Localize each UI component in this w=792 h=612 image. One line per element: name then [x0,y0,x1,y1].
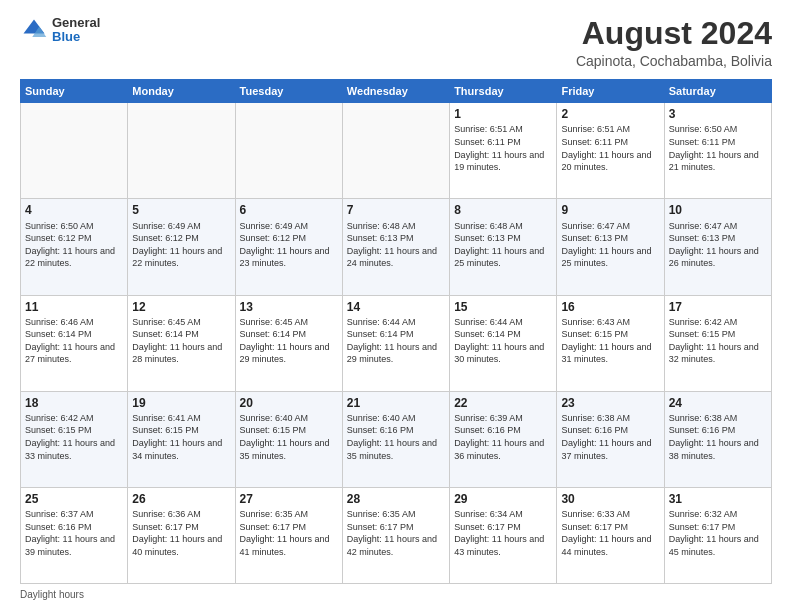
day-number: 3 [669,106,767,122]
day-detail: Sunrise: 6:47 AM Sunset: 6:13 PM Dayligh… [669,220,767,270]
day-number: 24 [669,395,767,411]
calendar-cell: 21Sunrise: 6:40 AM Sunset: 6:16 PM Dayli… [342,391,449,487]
location-subtitle: Capinota, Cochabamba, Bolivia [576,53,772,69]
day-number: 5 [132,202,230,218]
day-number: 30 [561,491,659,507]
day-number: 4 [25,202,123,218]
calendar-cell: 9Sunrise: 6:47 AM Sunset: 6:13 PM Daylig… [557,199,664,295]
day-number: 1 [454,106,552,122]
calendar-cell: 12Sunrise: 6:45 AM Sunset: 6:14 PM Dayli… [128,295,235,391]
calendar-weekday-monday: Monday [128,80,235,103]
calendar-week-row: 18Sunrise: 6:42 AM Sunset: 6:15 PM Dayli… [21,391,772,487]
calendar-cell: 27Sunrise: 6:35 AM Sunset: 6:17 PM Dayli… [235,487,342,583]
day-detail: Sunrise: 6:34 AM Sunset: 6:17 PM Dayligh… [454,508,552,558]
calendar-cell: 4Sunrise: 6:50 AM Sunset: 6:12 PM Daylig… [21,199,128,295]
day-detail: Sunrise: 6:45 AM Sunset: 6:14 PM Dayligh… [240,316,338,366]
calendar-cell: 31Sunrise: 6:32 AM Sunset: 6:17 PM Dayli… [664,487,771,583]
day-detail: Sunrise: 6:49 AM Sunset: 6:12 PM Dayligh… [240,220,338,270]
calendar-week-row: 1Sunrise: 6:51 AM Sunset: 6:11 PM Daylig… [21,103,772,199]
calendar-cell: 25Sunrise: 6:37 AM Sunset: 6:16 PM Dayli… [21,487,128,583]
day-number: 22 [454,395,552,411]
calendar-cell: 5Sunrise: 6:49 AM Sunset: 6:12 PM Daylig… [128,199,235,295]
footer-note: Daylight hours [20,589,772,600]
day-detail: Sunrise: 6:45 AM Sunset: 6:14 PM Dayligh… [132,316,230,366]
logo-text: General Blue [52,16,100,45]
day-detail: Sunrise: 6:41 AM Sunset: 6:15 PM Dayligh… [132,412,230,462]
calendar-cell: 7Sunrise: 6:48 AM Sunset: 6:13 PM Daylig… [342,199,449,295]
day-detail: Sunrise: 6:35 AM Sunset: 6:17 PM Dayligh… [240,508,338,558]
month-title: August 2024 [576,16,772,51]
day-detail: Sunrise: 6:51 AM Sunset: 6:11 PM Dayligh… [561,123,659,173]
calendar-cell [128,103,235,199]
day-number: 14 [347,299,445,315]
day-detail: Sunrise: 6:42 AM Sunset: 6:15 PM Dayligh… [25,412,123,462]
logo-icon [20,16,48,44]
calendar-cell: 30Sunrise: 6:33 AM Sunset: 6:17 PM Dayli… [557,487,664,583]
calendar-weekday-wednesday: Wednesday [342,80,449,103]
day-number: 18 [25,395,123,411]
day-detail: Sunrise: 6:42 AM Sunset: 6:15 PM Dayligh… [669,316,767,366]
calendar-weekday-saturday: Saturday [664,80,771,103]
title-block: August 2024 Capinota, Cochabamba, Bolivi… [576,16,772,69]
day-detail: Sunrise: 6:44 AM Sunset: 6:14 PM Dayligh… [347,316,445,366]
day-detail: Sunrise: 6:49 AM Sunset: 6:12 PM Dayligh… [132,220,230,270]
page: General Blue August 2024 Capinota, Cocha… [0,0,792,612]
day-number: 7 [347,202,445,218]
logo-general-text: General [52,16,100,30]
day-number: 19 [132,395,230,411]
day-number: 6 [240,202,338,218]
calendar-weekday-friday: Friday [557,80,664,103]
calendar-cell: 8Sunrise: 6:48 AM Sunset: 6:13 PM Daylig… [450,199,557,295]
calendar-cell: 14Sunrise: 6:44 AM Sunset: 6:14 PM Dayli… [342,295,449,391]
day-number: 12 [132,299,230,315]
day-number: 28 [347,491,445,507]
calendar-cell: 3Sunrise: 6:50 AM Sunset: 6:11 PM Daylig… [664,103,771,199]
calendar-cell: 15Sunrise: 6:44 AM Sunset: 6:14 PM Dayli… [450,295,557,391]
day-detail: Sunrise: 6:40 AM Sunset: 6:16 PM Dayligh… [347,412,445,462]
calendar-cell: 13Sunrise: 6:45 AM Sunset: 6:14 PM Dayli… [235,295,342,391]
day-detail: Sunrise: 6:47 AM Sunset: 6:13 PM Dayligh… [561,220,659,270]
calendar-cell: 20Sunrise: 6:40 AM Sunset: 6:15 PM Dayli… [235,391,342,487]
day-number: 15 [454,299,552,315]
day-number: 26 [132,491,230,507]
calendar-cell: 10Sunrise: 6:47 AM Sunset: 6:13 PM Dayli… [664,199,771,295]
day-detail: Sunrise: 6:38 AM Sunset: 6:16 PM Dayligh… [669,412,767,462]
calendar-week-row: 25Sunrise: 6:37 AM Sunset: 6:16 PM Dayli… [21,487,772,583]
calendar-weekday-thursday: Thursday [450,80,557,103]
calendar-cell: 2Sunrise: 6:51 AM Sunset: 6:11 PM Daylig… [557,103,664,199]
day-number: 13 [240,299,338,315]
day-number: 8 [454,202,552,218]
day-detail: Sunrise: 6:36 AM Sunset: 6:17 PM Dayligh… [132,508,230,558]
day-number: 2 [561,106,659,122]
day-detail: Sunrise: 6:32 AM Sunset: 6:17 PM Dayligh… [669,508,767,558]
day-detail: Sunrise: 6:51 AM Sunset: 6:11 PM Dayligh… [454,123,552,173]
day-detail: Sunrise: 6:37 AM Sunset: 6:16 PM Dayligh… [25,508,123,558]
day-detail: Sunrise: 6:44 AM Sunset: 6:14 PM Dayligh… [454,316,552,366]
day-detail: Sunrise: 6:39 AM Sunset: 6:16 PM Dayligh… [454,412,552,462]
day-number: 20 [240,395,338,411]
calendar-cell: 23Sunrise: 6:38 AM Sunset: 6:16 PM Dayli… [557,391,664,487]
calendar-cell: 11Sunrise: 6:46 AM Sunset: 6:14 PM Dayli… [21,295,128,391]
day-number: 11 [25,299,123,315]
logo: General Blue [20,16,100,45]
calendar-cell: 24Sunrise: 6:38 AM Sunset: 6:16 PM Dayli… [664,391,771,487]
calendar-cell: 18Sunrise: 6:42 AM Sunset: 6:15 PM Dayli… [21,391,128,487]
day-detail: Sunrise: 6:48 AM Sunset: 6:13 PM Dayligh… [454,220,552,270]
calendar-table: SundayMondayTuesdayWednesdayThursdayFrid… [20,79,772,584]
day-number: 29 [454,491,552,507]
calendar-cell: 22Sunrise: 6:39 AM Sunset: 6:16 PM Dayli… [450,391,557,487]
calendar-cell [21,103,128,199]
calendar-cell: 29Sunrise: 6:34 AM Sunset: 6:17 PM Dayli… [450,487,557,583]
calendar-weekday-tuesday: Tuesday [235,80,342,103]
calendar-cell: 26Sunrise: 6:36 AM Sunset: 6:17 PM Dayli… [128,487,235,583]
calendar-cell [235,103,342,199]
calendar-cell: 1Sunrise: 6:51 AM Sunset: 6:11 PM Daylig… [450,103,557,199]
day-number: 9 [561,202,659,218]
calendar-week-row: 11Sunrise: 6:46 AM Sunset: 6:14 PM Dayli… [21,295,772,391]
day-number: 25 [25,491,123,507]
calendar-weekday-sunday: Sunday [21,80,128,103]
day-detail: Sunrise: 6:35 AM Sunset: 6:17 PM Dayligh… [347,508,445,558]
calendar-week-row: 4Sunrise: 6:50 AM Sunset: 6:12 PM Daylig… [21,199,772,295]
logo-blue-text: Blue [52,30,100,44]
calendar-cell: 17Sunrise: 6:42 AM Sunset: 6:15 PM Dayli… [664,295,771,391]
